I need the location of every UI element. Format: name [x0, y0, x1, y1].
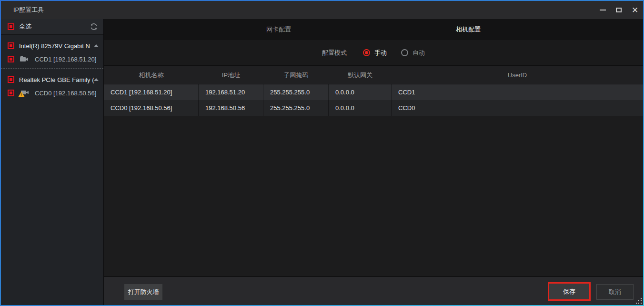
camera-warning-icon: !	[20, 90, 29, 96]
col-header-gateway: 默认网关	[329, 66, 392, 84]
tab-bar: 网卡配置 相机配置	[104, 19, 643, 40]
close-icon: ✕	[632, 6, 638, 14]
cell-ip[interactable]: 192.168.50.56	[199, 100, 263, 116]
open-firewall-button[interactable]: 打开防火墙	[124, 284, 162, 300]
cell-subnet[interactable]: 255.255.255.0	[263, 84, 329, 100]
table-row[interactable]: CCD0 [192.168.50.56] 192.168.50.56 255.2…	[104, 100, 643, 116]
table-empty-area	[104, 116, 643, 276]
camera-row-ccd1[interactable]: CCD1 [192.168.51.20]	[1, 53, 103, 65]
window-content: 全选 Intel(R) 82579V Gigabit N	[1, 19, 643, 305]
select-all-label: 全选	[19, 22, 31, 31]
window-title: IP配置工具	[13, 6, 44, 14]
tab-camera-config[interactable]: 相机配置	[373, 19, 563, 40]
footer-bar: 打开防火墙 保存 取消	[104, 276, 643, 305]
col-header-subnet: 子网掩码	[263, 66, 329, 84]
config-mode-label: 配置模式	[322, 49, 347, 57]
camera-row-ccd0[interactable]: ! CCD0 [192.168.50.56]	[1, 87, 103, 99]
device-sidebar: 全选 Intel(R) 82579V Gigabit N	[1, 19, 104, 305]
cell-ip[interactable]: 192.168.51.20	[199, 84, 263, 100]
adapter-row-realtek[interactable]: Realtek PCIe GBE Family (	[1, 73, 103, 86]
cell-gateway[interactable]: 0.0.0.0	[329, 100, 392, 116]
select-all-row[interactable]: 全选	[1, 19, 103, 35]
table-row[interactable]: CCD1 [192.168.51.20] 192.168.51.20 255.2…	[104, 84, 643, 100]
col-header-ip: IP地址	[199, 66, 263, 84]
camera-checkbox[interactable]	[8, 90, 14, 96]
cell-camera-name[interactable]: CCD1 [192.168.51.20]	[104, 84, 199, 100]
tab-nic-config[interactable]: 网卡配置	[184, 19, 373, 40]
camera-label: CCD1 [192.168.51.20]	[35, 56, 96, 63]
cell-userid[interactable]: CCD0	[392, 100, 643, 116]
cell-userid[interactable]: CCD1	[392, 84, 643, 100]
minimize-button[interactable]	[594, 1, 611, 19]
adapter-checkbox[interactable]	[8, 42, 14, 49]
adapter-row-intel[interactable]: Intel(R) 82579V Gigabit N	[1, 40, 103, 52]
maximize-button[interactable]	[611, 1, 627, 19]
adapter-checkbox[interactable]	[8, 76, 14, 83]
cancel-button[interactable]: 取消	[596, 284, 634, 300]
adapter-label: Intel(R) 82579V Gigabit N	[19, 42, 94, 50]
col-header-userid: UserID	[392, 66, 643, 84]
radio-manual[interactable]: 手动	[363, 49, 387, 57]
camera-table-header: 相机名称 IP地址 子网掩码 默认网关 UserID	[104, 66, 643, 84]
radio-auto-icon	[401, 49, 408, 56]
collapse-arrow-icon[interactable]	[94, 78, 99, 81]
main-panel: 网卡配置 相机配置 配置模式 手动 自动 相机名称 IP地址 子网掩码	[104, 19, 643, 305]
save-button[interactable]: 保存	[548, 282, 591, 301]
camera-checkbox[interactable]	[8, 56, 14, 62]
camera-icon	[20, 56, 29, 62]
ip-config-tool-window: IP配置工具 ✕ 全选 Intel(R) 8	[1, 1, 643, 305]
col-header-camera-name: 相机名称	[104, 66, 199, 84]
cell-subnet[interactable]: 255.255.255.0	[263, 100, 329, 116]
maximize-icon	[616, 8, 622, 12]
titlebar: IP配置工具 ✕	[1, 1, 643, 19]
radio-auto[interactable]: 自动	[401, 49, 425, 57]
cell-camera-name[interactable]: CCD0 [192.168.50.56]	[104, 100, 199, 116]
adapter-label: Realtek PCIe GBE Family (	[19, 76, 94, 83]
close-button[interactable]: ✕	[627, 1, 643, 19]
refresh-icon[interactable]	[90, 23, 98, 31]
cell-gateway[interactable]: 0.0.0.0	[329, 84, 392, 100]
tree-separator	[1, 68, 103, 69]
radio-auto-label: 自动	[413, 49, 425, 57]
resize-grip[interactable]	[635, 297, 642, 304]
select-all-checkbox[interactable]	[8, 23, 14, 30]
device-tree: Intel(R) 82579V Gigabit N CCD1 [192.168.…	[1, 35, 103, 101]
radio-manual-icon	[363, 49, 370, 56]
collapse-arrow-icon[interactable]	[94, 44, 99, 47]
config-mode-row: 配置模式 手动 自动	[104, 40, 643, 66]
minimize-icon	[600, 10, 606, 10]
window-frame: IP配置工具 ✕ 全选 Intel(R) 8	[0, 0, 644, 306]
radio-manual-label: 手动	[374, 49, 387, 57]
camera-label: CCD0 [192.168.50.56]	[35, 90, 96, 97]
